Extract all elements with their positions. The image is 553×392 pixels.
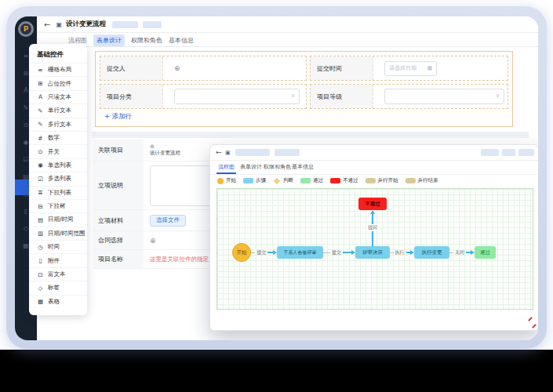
dropdown-list-icon: ≣ <box>37 189 44 196</box>
panel-item-multi-line-text[interactable]: ✎多行文本 <box>29 118 87 131</box>
flow-tab-basic-info[interactable]: 基本信息 <box>292 163 314 171</box>
nav-icon[interactable]: ▤ <box>23 173 29 180</box>
app-window: P ≡ ⊞ A ✎ ⊙ ◉ ☑ ▤ ◷ ▯ ◇ ▦ ← ▣ 设计变更流程 流程图… <box>6 6 547 349</box>
nav-icon[interactable]: ⊙ <box>24 122 29 129</box>
nav-icon[interactable]: ◉ <box>24 139 29 146</box>
tab-basic-info[interactable]: 基本信息 <box>166 34 197 46</box>
panel-item-dropdown-tree[interactable]: ⊟下拉树 <box>29 199 87 212</box>
tag-icon: ◇ <box>37 285 44 292</box>
panel-item-label: 富文本 <box>48 270 66 278</box>
date-picker-input[interactable]: 请选择日期 ▦ <box>384 61 437 76</box>
legend-fail-shape <box>330 178 340 183</box>
panel-item-table[interactable]: ▦表格 <box>29 295 87 308</box>
legend-parallel-start-shape <box>366 178 376 183</box>
legend-label: 步骤 <box>256 177 266 184</box>
back-icon[interactable]: ← <box>44 20 50 29</box>
nav-icon[interactable]: ⊞ <box>24 70 29 77</box>
plus-icon[interactable]: ⊕ <box>174 64 180 72</box>
level-select[interactable]: ∨ <box>384 89 504 104</box>
datetime-range-icon: ▥ <box>37 230 44 237</box>
flowchart-canvas[interactable]: 开始 提交 干系人会签评审 提交 评审决策 执行 执行变更 关闭 通过 不通过 … <box>216 188 533 310</box>
nav-icon[interactable]: ☑ <box>23 156 28 163</box>
tab-form-design[interactable]: 表单设计 <box>93 34 125 46</box>
nav-icon[interactable]: ✎ <box>24 104 29 111</box>
description-textarea[interactable] <box>150 165 216 206</box>
flow-legend: 开始 步骤 判断 通过 不通过 并行开始 并行结束 <box>210 175 538 187</box>
panel-item-label: 下拉列表 <box>48 189 71 197</box>
pill-placeholder[interactable] <box>502 149 515 156</box>
field-project-category[interactable]: 项目分类 ∨ <box>100 84 307 109</box>
panel-item-switch[interactable]: ⊙开关 <box>29 144 87 158</box>
flow-node-pass[interactable]: 通过 <box>475 246 496 259</box>
panel-item-label: 标签 <box>48 284 60 292</box>
flow-tab-flowchart[interactable]: 流程图 <box>218 163 235 171</box>
pill-placeholder[interactable] <box>481 149 499 156</box>
form-grid-container[interactable]: 提交人 ⊕ 提交时间 请选择日期 ▦ 项目分类 <box>95 51 513 127</box>
panel-item-time[interactable]: ◷时间 <box>29 240 87 253</box>
legend-parallel-end-shape <box>406 178 416 183</box>
add-row-button[interactable]: + 添加行 <box>100 112 508 122</box>
radio-list-icon: ◉ <box>37 162 44 169</box>
field-submit-time[interactable]: 提交时间 请选择日期 ▦ <box>310 56 508 81</box>
panel-item-label: 多行文本 <box>48 121 71 129</box>
page-title: 设计变更流程 <box>66 20 106 29</box>
panel-item-readonly-text[interactable]: A只读文本 <box>29 90 87 103</box>
panel-item-label: 表格 <box>48 298 60 306</box>
panel-item-datetime-range[interactable]: ▥日期/时间范围 <box>29 227 87 240</box>
pill-placeholder[interactable] <box>518 149 534 156</box>
panel-item-dropdown-list[interactable]: ≣下拉列表 <box>29 186 87 199</box>
checkbox-list-icon: ☑ <box>37 176 44 183</box>
flow-doc-icon: ▣ <box>225 150 231 156</box>
nav-icon[interactable]: ▯ <box>24 208 27 215</box>
flow-node-review-decision[interactable]: 评审决策 <box>355 246 390 259</box>
panel-item-tag[interactable]: ◇标签 <box>29 281 87 294</box>
edge-label: 执行 <box>394 249 406 256</box>
section-divider <box>92 132 529 138</box>
category-select[interactable]: ∨ <box>174 89 300 104</box>
panel-item-grid-layout[interactable]: ≡栅格布局 <box>29 63 87 76</box>
flow-edge-submit-2: 提交 <box>323 246 355 259</box>
pill-placeholder[interactable] <box>112 21 138 28</box>
nav-icon[interactable]: ▦ <box>23 242 29 249</box>
field-label: 合同选择 <box>93 231 144 249</box>
legend-label: 并行开始 <box>378 177 398 184</box>
nav-icon[interactable]: ◷ <box>24 191 29 198</box>
legend-label: 并行结束 <box>418 177 438 184</box>
flow-node-reject[interactable]: 不通过 <box>358 198 387 210</box>
panel-item-datetime[interactable]: ▤日期/时间 <box>29 212 87 226</box>
related-project-value: 设计变更流程 <box>150 151 180 156</box>
panel-item-rich-text[interactable]: ⊡富文本 <box>29 267 87 281</box>
resize-handle[interactable] <box>528 317 533 321</box>
nav-icon[interactable]: ◇ <box>24 225 28 232</box>
plus-icon[interactable]: ⊕ <box>150 237 156 245</box>
flow-node-execute-change[interactable]: 执行变更 <box>414 246 449 259</box>
flow-node-start[interactable]: 开始 <box>232 243 251 262</box>
panel-item-number[interactable]: #数字 <box>29 131 87 144</box>
field-submitter[interactable]: 提交人 ⊕ <box>100 56 307 81</box>
panel-item-single-line-text[interactable]: ✎单行文本 <box>29 103 87 117</box>
logo-letter: P <box>20 24 31 34</box>
panel-item-radio-list[interactable]: ◉单选列表 <box>29 158 87 172</box>
choose-file-button[interactable]: 选择文件 <box>150 215 186 227</box>
flow-node-stakeholder-review[interactable]: 干系人会签评审 <box>277 246 323 259</box>
readonly-text-icon: A <box>37 93 44 100</box>
flow-tab-form-design[interactable]: 表单设计 <box>240 163 262 171</box>
panel-item-label: 占位控件 <box>48 80 71 88</box>
field-project-level[interactable]: 项目等级 ∨ <box>310 84 508 109</box>
nav-icon[interactable]: ≡ <box>24 53 29 60</box>
panel-item-placeholder-control[interactable]: ⊞占位控件 <box>29 76 87 89</box>
resize-handle[interactable] <box>532 324 537 328</box>
flow-tab-permissions-roles[interactable]: 权限和角色 <box>264 163 291 171</box>
flow-edge-execute: 执行 <box>390 246 414 259</box>
top-bar: ← ▣ 设计变更流程 <box>37 16 538 33</box>
back-icon[interactable]: ← <box>216 148 222 156</box>
main-tab-bar: 流程图 表单设计 权限和角色 基本信息 <box>37 33 538 47</box>
panel-item-attachment[interactable]: ▯附件 <box>29 253 87 267</box>
pill-placeholder[interactable] <box>235 149 270 156</box>
panel-item-checkbox-list[interactable]: ☑多选列表 <box>29 172 87 185</box>
pill-placeholder[interactable] <box>275 149 300 156</box>
tab-permissions-roles[interactable]: 权限和角色 <box>128 34 166 46</box>
pill-placeholder[interactable] <box>143 21 162 28</box>
nav-icon[interactable]: A <box>24 87 27 94</box>
legend-decision-shape <box>274 177 280 183</box>
